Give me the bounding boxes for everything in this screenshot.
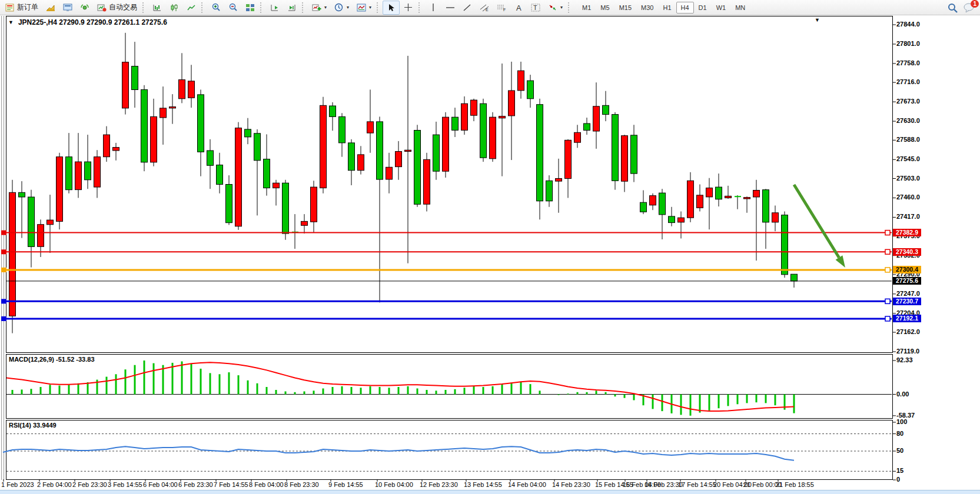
time-axis-label: 14 Feb 23:30 — [552, 481, 590, 488]
price-tick-label: 27844.0 — [896, 21, 920, 28]
tf-button-M30[interactable]: M30 — [636, 2, 658, 14]
notification-badge: 1 — [971, 0, 979, 8]
trendline-icon — [462, 3, 472, 12]
dropdown-arrow-icon: ▾ — [347, 5, 349, 10]
rsi-label: RSI(14) 33.9449 — [9, 422, 57, 429]
time-axis-label: 13 Feb 14:55 — [464, 481, 502, 488]
candlestick-icon — [169, 3, 179, 12]
time-axis-label: 6 Feb 23:30 — [178, 481, 213, 488]
time-axis-label: 8 Feb 04:00 — [249, 481, 284, 488]
tf-button-H4[interactable]: H4 — [676, 2, 694, 14]
arrow-objects-icon — [547, 3, 557, 12]
tf-button-M5[interactable]: M5 — [596, 2, 614, 14]
time-axis-label: 16 Feb 23:30 — [645, 481, 683, 488]
vertical-line-tool-button[interactable] — [424, 1, 441, 15]
chart-shift-button[interactable] — [266, 1, 283, 15]
price-level-badge: 27230.7 — [893, 298, 921, 305]
signal-icon — [79, 3, 89, 12]
text-label-tool-button[interactable]: T — [527, 1, 544, 15]
auto-scroll-button[interactable] — [283, 1, 300, 15]
time-axis-label: 17 Feb 14:55 — [678, 481, 716, 488]
auto-scroll-icon — [287, 3, 297, 12]
chat-notifications-icon[interactable]: 1 — [962, 3, 975, 12]
time-axis-label: 12 Feb 23:30 — [420, 481, 458, 488]
text-tool-button[interactable]: A — [510, 1, 527, 15]
price-tick-label: 27758.0 — [896, 59, 920, 66]
tf-button-MN[interactable]: MN — [730, 2, 750, 14]
price-tick-label: 27630.0 — [896, 117, 920, 124]
tf-button-M15[interactable]: M15 — [614, 2, 636, 14]
tf-button-H1[interactable]: H1 — [658, 2, 676, 14]
price-level-badge: 27192.1 — [893, 315, 921, 322]
periods-button[interactable]: ▾ — [330, 1, 353, 15]
toolbar-separator — [568, 2, 572, 13]
time-axis-label: 2 Feb 04:00 — [37, 481, 72, 488]
crosshair-tool-button[interactable] — [400, 1, 417, 15]
horizontal-line-tool-button[interactable] — [441, 1, 459, 15]
search-icon[interactable] — [948, 3, 958, 12]
signals-button[interactable] — [76, 1, 93, 15]
tile-windows-button[interactable] — [241, 1, 258, 15]
macd-panel[interactable] — [6, 354, 893, 419]
templates-button[interactable]: ▾ — [353, 1, 375, 15]
auto-trading-button[interactable]: 自动交易 — [93, 1, 141, 15]
tf-button-M1[interactable]: M1 — [577, 2, 596, 14]
new-order-label: 新订单 — [17, 2, 38, 12]
toolbar-separator — [201, 2, 205, 13]
zoom-in-icon — [211, 3, 221, 12]
window-bottom-edge — [0, 490, 980, 494]
window-left-frame — [1, 16, 4, 480]
line-chart-mode-button[interactable] — [182, 1, 200, 15]
candlestick-mode-button[interactable] — [165, 1, 182, 15]
line-chart-icon — [186, 3, 196, 12]
price-tick-label: 27801.0 — [896, 40, 920, 47]
cursor-tool-button[interactable] — [383, 1, 400, 15]
rsi-tick-label: 15 — [896, 467, 903, 474]
history-center-button[interactable] — [42, 1, 59, 15]
dropdown-arrow-icon: ▾ — [324, 5, 327, 10]
time-axis-label: 1 Feb 2023 — [1, 481, 34, 488]
channel-tool-button[interactable]: E — [476, 1, 493, 15]
toolbar-separator — [377, 2, 381, 13]
svg-text:T: T — [533, 4, 537, 11]
time-axis-label: 3 Feb 14:55 — [108, 481, 142, 488]
price-tick-label: 27503.0 — [896, 175, 920, 182]
toolbar-separator — [142, 2, 147, 13]
cursor-icon — [386, 3, 396, 12]
text-label-icon: T — [530, 3, 540, 12]
current-price-badge: 27275.6 — [893, 277, 921, 285]
auto-trading-icon — [97, 3, 107, 12]
new-order-icon — [5, 3, 15, 12]
main-chart-plot[interactable] — [6, 16, 893, 353]
clock-icon — [334, 3, 344, 12]
macd-label: MACD(12,26,9) -51.52 -33.83 — [9, 356, 95, 363]
price-tick-label: 27119.0 — [896, 348, 919, 355]
market-watch-button[interactable] — [59, 1, 76, 15]
fibonacci-tool-button[interactable]: F — [493, 1, 510, 15]
time-axis-label: 14 Feb 04:00 — [508, 481, 546, 488]
price-tick-label: 27716.0 — [896, 78, 920, 85]
zoom-out-button[interactable] — [224, 1, 241, 15]
indicators-button[interactable]: ▾ — [308, 1, 330, 15]
price-tick-label: 27417.0 — [896, 213, 920, 220]
toolbar-separator — [418, 2, 423, 13]
price-tick-label: 27588.0 — [896, 136, 920, 143]
time-axis-label: 2 Feb 23:30 — [72, 481, 107, 488]
rsi-panel[interactable] — [6, 420, 893, 480]
rsi-tick-label: 50 — [896, 447, 903, 454]
tf-button-D1[interactable]: D1 — [694, 2, 712, 14]
tf-button-W1[interactable]: W1 — [712, 2, 731, 14]
svg-text:A: A — [516, 4, 521, 12]
zoom-in-button[interactable] — [207, 1, 224, 15]
gold-bars-icon — [45, 3, 55, 12]
price-tick-label: 27162.0 — [896, 328, 920, 335]
bar-chart-mode-button[interactable] — [148, 1, 165, 15]
trendline-tool-button[interactable] — [459, 1, 476, 15]
dropdown-arrow-icon: ▾ — [369, 5, 371, 10]
collapse-panel-icon[interactable]: ▼ — [8, 19, 14, 25]
macd-tick-label: 0.00 — [896, 390, 909, 398]
svg-text:F: F — [503, 8, 506, 12]
timeframe-group: M1M5M15M30H1H4D1W1MN — [577, 2, 750, 14]
arrows-tool-button[interactable]: ▾ — [544, 1, 566, 15]
new-order-button[interactable]: 新订单 — [1, 1, 42, 15]
